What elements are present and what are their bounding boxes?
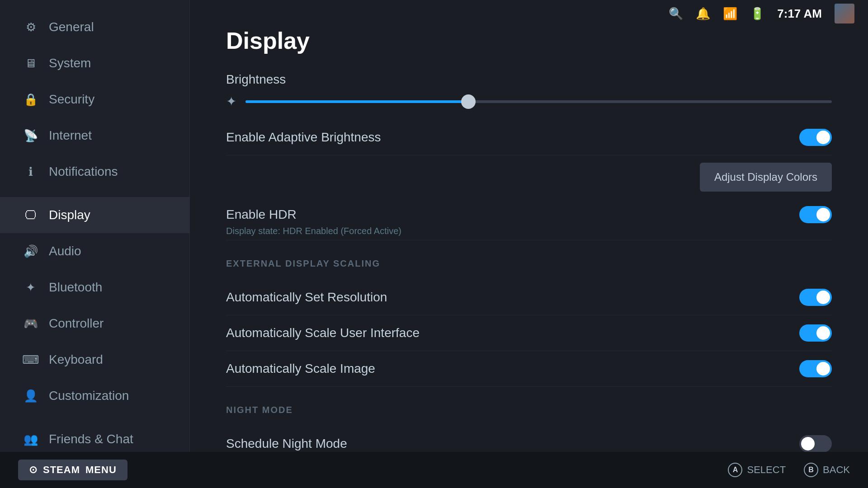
adaptive-brightness-toggle[interactable]: [799, 129, 832, 146]
sidebar-item-customization[interactable]: 👤 Customization: [0, 378, 189, 414]
hdr-label: Enable HDR: [226, 207, 297, 222]
auto-scale-ui-toggle[interactable]: [799, 324, 832, 342]
adaptive-brightness-row: Enable Adaptive Brightness: [226, 120, 832, 155]
notifications-icon: ℹ: [23, 164, 39, 180]
internet-icon: 📡: [23, 127, 39, 144]
night-mode-section-label: Night Mode: [226, 405, 832, 415]
auto-resolution-row: Automatically Set Resolution: [226, 280, 832, 315]
sidebar-item-internet[interactable]: 📡 Internet: [0, 117, 189, 154]
auto-resolution-toggle[interactable]: [799, 289, 832, 306]
hdr-section: Enable HDR Display state: HDR Enabled (F…: [226, 195, 832, 240]
sidebar-item-keyboard[interactable]: ⌨ Keyboard: [0, 342, 189, 378]
brightness-row: ✦: [226, 87, 832, 120]
sidebar-item-general[interactable]: ⚙ General: [0, 9, 189, 45]
main-content: Display Brightness ✦ Enable Adaptive Bri…: [190, 0, 868, 452]
bottom-actions: A SELECT B BACK: [728, 463, 850, 477]
keyboard-icon: ⌨: [23, 352, 39, 368]
schedule-night-mode-label: Schedule Night Mode: [226, 436, 347, 451]
select-button-icon: A: [728, 463, 742, 477]
adjust-colors-row: Adjust Display Colors: [226, 155, 832, 195]
sidebar-item-system[interactable]: 🖥 System: [0, 45, 189, 81]
friends-icon: 👥: [23, 431, 39, 447]
controller-icon: 🎮: [23, 315, 39, 332]
toggle-knob: [816, 131, 830, 144]
sidebar-item-display[interactable]: 🖵 Display: [0, 197, 189, 233]
brightness-slider[interactable]: [245, 100, 832, 103]
hdr-state: Display state: HDR Enabled (Forced Activ…: [226, 226, 832, 236]
auto-scale-image-label: Automatically Scale Image: [226, 361, 375, 376]
brightness-section: Brightness ✦: [226, 72, 832, 120]
customization-icon: 👤: [23, 388, 39, 404]
adaptive-brightness-label: Enable Adaptive Brightness: [226, 130, 381, 145]
security-icon: 🔒: [23, 91, 39, 108]
brightness-fill: [245, 100, 468, 103]
auto-scale-image-toggle[interactable]: [799, 360, 832, 377]
toggle-knob: [801, 437, 815, 450]
toggle-knob: [816, 291, 830, 304]
auto-scale-image-row: Automatically Scale Image: [226, 351, 832, 387]
sidebar-item-audio[interactable]: 🔊 Audio: [0, 233, 189, 269]
page-title: Display: [226, 27, 832, 54]
sidebar-item-controller[interactable]: 🎮 Controller: [0, 305, 189, 342]
external-scaling-section-label: External Display Scaling: [226, 258, 832, 269]
toggle-knob: [816, 326, 830, 340]
brightness-low-icon: ✦: [226, 94, 236, 109]
hdr-top: Enable HDR: [226, 206, 832, 223]
auto-scale-ui-label: Automatically Scale User Interface: [226, 326, 420, 340]
hdr-toggle[interactable]: [799, 206, 832, 223]
back-button-icon: B: [804, 463, 818, 477]
schedule-night-mode-toggle[interactable]: [799, 435, 832, 452]
audio-icon: 🔊: [23, 243, 39, 259]
bottom-bar: ⊙ STEAM MENU A SELECT B BACK: [0, 452, 868, 488]
sidebar-item-security[interactable]: 🔒 Security: [0, 81, 189, 117]
steam-logo-icon: ⊙: [29, 464, 38, 476]
auto-resolution-label: Automatically Set Resolution: [226, 290, 387, 305]
display-icon: 🖵: [23, 207, 39, 223]
brightness-label: Brightness: [226, 72, 832, 87]
toggle-knob: [816, 208, 830, 221]
sidebar-item-bluetooth[interactable]: ✦ Bluetooth: [0, 269, 189, 305]
back-action: B BACK: [804, 463, 850, 477]
sidebar: ⚙ General 🖥 System 🔒 Security 📡 Internet…: [0, 0, 190, 488]
general-icon: ⚙: [23, 19, 39, 35]
schedule-night-mode-row: Schedule Night Mode: [226, 426, 832, 452]
toggle-knob: [816, 362, 830, 375]
auto-scale-ui-row: Automatically Scale User Interface: [226, 315, 832, 351]
sidebar-item-notifications[interactable]: ℹ Notifications: [0, 154, 189, 190]
brightness-thumb[interactable]: [461, 94, 476, 109]
select-action: A SELECT: [728, 463, 786, 477]
bluetooth-icon: ✦: [23, 279, 39, 296]
system-icon: 🖥: [23, 55, 39, 71]
adjust-colors-button[interactable]: Adjust Display Colors: [700, 163, 832, 192]
steam-menu-button[interactable]: ⊙ STEAM MENU: [18, 460, 127, 480]
